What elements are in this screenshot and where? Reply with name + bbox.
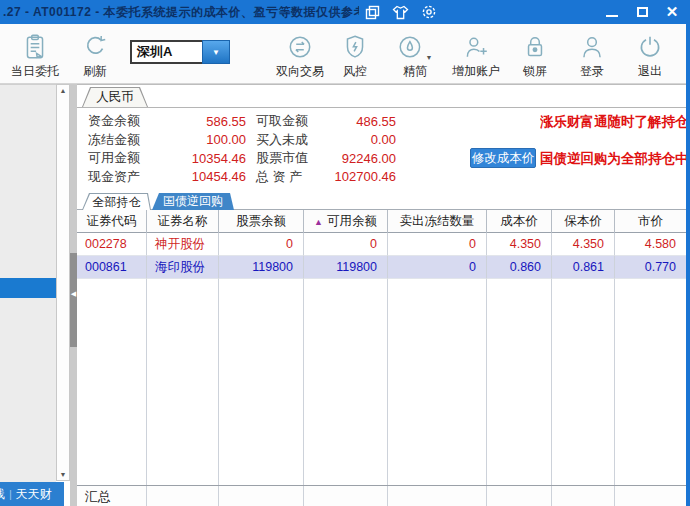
tab-treasury-repo[interactable]: 国债逆回购 xyxy=(152,193,234,210)
acct-label: 现金资产 xyxy=(88,168,154,186)
simplify-mode-button[interactable]: ▼ 精简 xyxy=(392,29,438,80)
column-header-frozen[interactable]: 卖出冻结数量 xyxy=(388,210,487,233)
splitter-handle[interactable] xyxy=(70,253,77,347)
risk-control-button[interactable]: 风控 xyxy=(335,29,375,80)
clipboard-icon xyxy=(3,29,67,61)
column-header-name[interactable]: 证券名称 xyxy=(147,210,219,233)
daily-orders-label: 当日委托 xyxy=(3,63,67,80)
sidebar-selected-item[interactable] xyxy=(0,278,56,298)
table-row[interactable]: 002278 神开股份 0 0 0 4.350 4.350 4.580 xyxy=(77,233,686,256)
promo-text-top: 涨乐财富通随时了解持仓 xyxy=(540,113,686,131)
currency-tab-rmb[interactable]: 人民币 xyxy=(82,87,148,107)
lock-screen-label: 锁屏 xyxy=(515,63,555,80)
app-body: ▲ ▼ ◀ 线 | 天天财 人民币 资金余额 586.55 可取金额 486.5… xyxy=(0,84,690,506)
close-button[interactable]: ✕ xyxy=(664,4,680,20)
cell-frozen: 0 xyxy=(388,233,487,256)
power-icon xyxy=(630,29,670,61)
cell-available: 119800 xyxy=(304,256,388,279)
person-plus-icon xyxy=(444,29,508,61)
cell-price: 4.580 xyxy=(615,233,686,256)
acct-value: 92246.00 xyxy=(316,151,396,166)
window-controls: ✕ xyxy=(604,4,684,20)
settings-gear-icon[interactable] xyxy=(421,4,437,20)
main-panel: 人民币 资金余额 586.55 可取金额 486.55 冻结金额 100.00 … xyxy=(77,84,686,506)
exit-label: 退出 xyxy=(630,63,670,80)
acct-value: 486.55 xyxy=(316,114,396,129)
table-row-selected[interactable]: 000861 海印股份 119800 119800 0 0.860 0.861 … xyxy=(77,256,686,279)
minimize-button[interactable] xyxy=(604,4,620,20)
cell-name: 神开股份 xyxy=(147,233,219,256)
acct-value: 10354.46 xyxy=(154,151,246,166)
add-account-button[interactable]: 增加账户 xyxy=(444,29,508,80)
cell-available: 0 xyxy=(304,233,388,256)
exit-button[interactable]: 退出 xyxy=(630,29,670,80)
sidebar-scrollbar[interactable]: ▲ ▼ xyxy=(56,84,70,481)
shield-icon xyxy=(335,29,375,61)
skin-shirt-icon[interactable] xyxy=(392,5,409,20)
column-header-code[interactable]: 证券代码 xyxy=(77,210,147,233)
risk-control-label: 风控 xyxy=(335,63,375,80)
modify-cost-price-button[interactable]: 修改成本价 xyxy=(470,148,536,168)
toolbar: 当日委托 刷新 深圳A ▼ 双向交易 风控 ▼ 精简 增加账户 锁屏 xyxy=(0,24,690,84)
refresh-button[interactable]: 刷新 xyxy=(75,29,115,80)
column-header-cost[interactable]: 成本价 xyxy=(487,210,552,233)
window-right-border xyxy=(686,0,690,506)
account-separator xyxy=(77,107,686,108)
currency-tab-label: 人民币 xyxy=(83,88,147,107)
acct-label: 总 资 产 xyxy=(246,168,316,186)
cell-cost: 0.860 xyxy=(487,256,552,279)
cell-breakeven: 4.350 xyxy=(552,233,615,256)
maximize-button[interactable] xyxy=(634,4,650,20)
refresh-label: 刷新 xyxy=(75,63,115,80)
acct-value: 100.00 xyxy=(154,132,246,147)
column-header-price[interactable]: 市价 xyxy=(615,210,686,233)
holdings-table-header: 证券代码 证券名称 股票余额 ▲可用余额 卖出冻结数量 成本价 保本价 市价 xyxy=(77,210,686,233)
collapse-left-icon[interactable]: ◀ xyxy=(70,289,77,299)
tab-divider: | xyxy=(9,488,12,500)
add-account-label: 增加账户 xyxy=(444,63,508,80)
cell-price: 0.770 xyxy=(615,256,686,279)
login-button[interactable]: 登录 xyxy=(572,29,612,80)
holdings-section: 全部持仓 国债逆回购 证券代码 证券名称 股票余额 ▲可用余额 卖出冻结数量 成… xyxy=(77,193,686,506)
column-header-breakeven[interactable]: 保本价 xyxy=(552,210,615,233)
sidebar-bottom-tab-ttc[interactable]: 天天财 xyxy=(16,486,52,503)
tab-all-positions[interactable]: 全部持仓 xyxy=(82,193,151,210)
sidebar-bottom-tab-partial[interactable]: 线 xyxy=(0,486,5,503)
two-way-trade-button[interactable]: 双向交易 xyxy=(268,29,332,80)
market-selector-value[interactable]: 深圳A xyxy=(130,40,202,64)
empty-grid-area xyxy=(77,279,686,485)
sidebar-bottom-tabs[interactable]: 线 | 天天财 xyxy=(0,482,64,506)
daily-orders-button[interactable]: 当日委托 xyxy=(3,29,67,80)
summary-label: 汇总 xyxy=(77,486,147,506)
promo-text-bottom: 国债逆回购为全部持仓中标 xyxy=(540,150,686,168)
cell-balance: 0 xyxy=(219,233,304,256)
holdings-tabs: 全部持仓 国债逆回购 xyxy=(77,193,686,210)
tab-all-positions-label: 全部持仓 xyxy=(83,194,150,210)
window-title: .27 - AT001172 - 本委托系统提示的成本价、盈亏等数据仅供参考 xyxy=(3,4,359,21)
login-label: 登录 xyxy=(572,63,612,80)
trading-app-window: .27 - AT001172 - 本委托系统提示的成本价、盈亏等数据仅供参考 ✕… xyxy=(0,0,690,506)
sort-ascending-icon: ▲ xyxy=(314,217,323,227)
cell-cost: 4.350 xyxy=(487,233,552,256)
titlebar: .27 - AT001172 - 本委托系统提示的成本价、盈亏等数据仅供参考 ✕ xyxy=(0,0,690,24)
cell-code: 000861 xyxy=(77,256,147,279)
panel-splitter[interactable]: ◀ xyxy=(70,84,77,506)
person-icon xyxy=(572,29,612,61)
market-selector-dropdown-button[interactable]: ▼ xyxy=(202,40,230,64)
summary-row: 汇总 xyxy=(77,485,686,506)
two-way-trade-label: 双向交易 xyxy=(268,63,332,80)
acct-label: 可取金额 xyxy=(246,112,316,130)
cell-balance: 119800 xyxy=(219,256,304,279)
scroll-up-icon[interactable]: ▲ xyxy=(60,87,67,94)
column-header-balance[interactable]: 股票余额 xyxy=(219,210,304,233)
acct-value: 0.00 xyxy=(316,132,396,147)
copy-window-icon[interactable] xyxy=(365,5,380,20)
lock-screen-button[interactable]: 锁屏 xyxy=(515,29,555,80)
column-header-available[interactable]: ▲可用余额 xyxy=(304,210,388,233)
acct-label: 资金余额 xyxy=(88,112,154,130)
droplet-circle-icon: ▼ xyxy=(392,29,438,61)
cell-breakeven: 0.861 xyxy=(552,256,615,279)
acct-value: 102700.46 xyxy=(316,169,396,184)
acct-label: 可用金额 xyxy=(88,149,154,167)
scroll-down-icon[interactable]: ▼ xyxy=(60,471,67,478)
